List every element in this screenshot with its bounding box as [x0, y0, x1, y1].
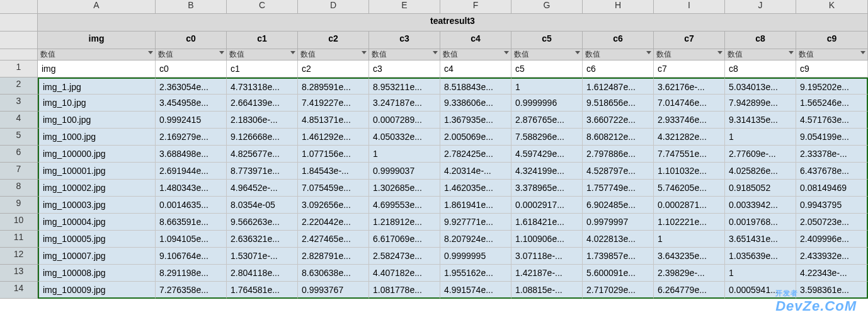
- column-label-c4[interactable]: c4: [440, 32, 511, 49]
- cell-1-G[interactable]: c5: [511, 60, 583, 78]
- cell-14-C[interactable]: 1.764581e...: [227, 282, 298, 299]
- cell-13-D[interactable]: 8.630638e...: [298, 265, 369, 282]
- cell-3-E[interactable]: 3.247187e...: [369, 95, 440, 112]
- cell-7-J[interactable]: 4.025826e...: [725, 163, 796, 180]
- column-header-C[interactable]: C: [227, 0, 298, 14]
- cell-6-G[interactable]: 4.597429e...: [511, 146, 583, 163]
- cell-5-B[interactable]: 2.169279e...: [156, 129, 227, 146]
- cell-1-B[interactable]: c0: [156, 60, 227, 78]
- cell-8-D[interactable]: 7.075459e...: [298, 180, 369, 197]
- cell-10-G[interactable]: 1.618421e...: [511, 214, 583, 231]
- cell-2-A[interactable]: img_1.jpg: [38, 78, 156, 95]
- filter-c3[interactable]: 数值: [369, 49, 440, 60]
- cell-9-K[interactable]: 0.9943795: [796, 197, 868, 214]
- cell-11-A[interactable]: img_100005.jpg: [38, 231, 156, 248]
- cell-7-F[interactable]: 4.20314e-...: [440, 163, 511, 180]
- cell-14-B[interactable]: 7.276358e...: [156, 282, 227, 299]
- cell-12-G[interactable]: 3.07118e-...: [511, 248, 583, 265]
- cell-5-K[interactable]: 9.054199e...: [796, 129, 868, 146]
- cell-8-G[interactable]: 3.378965e...: [511, 180, 583, 197]
- cell-8-J[interactable]: 0.9185052: [725, 180, 796, 197]
- cell-7-D[interactable]: 1.84543e-...: [298, 163, 369, 180]
- column-header-D[interactable]: D: [298, 0, 369, 14]
- cell-12-C[interactable]: 1.53071e-...: [227, 248, 298, 265]
- cell-14-G[interactable]: 1.08815e-...: [511, 282, 583, 299]
- column-label-c3[interactable]: c3: [369, 32, 440, 49]
- cell-12-A[interactable]: img_100007.jpg: [38, 248, 156, 265]
- chevron-down-icon[interactable]: [575, 51, 580, 54]
- cell-14-A[interactable]: img_100009.jpg: [38, 282, 156, 299]
- cell-3-F[interactable]: 9.338606e...: [440, 95, 511, 112]
- cell-3-J[interactable]: 7.942899e...: [725, 95, 796, 112]
- chevron-down-icon[interactable]: [504, 51, 509, 54]
- row-number-9[interactable]: 9: [0, 197, 38, 214]
- cell-9-D[interactable]: 3.092656e...: [298, 197, 369, 214]
- spreadsheet-grid[interactable]: ABCDEFGHIJKteatresult3imgc0c1c2c3c4c5c6c…: [0, 0, 868, 299]
- cell-1-C[interactable]: c1: [227, 60, 298, 78]
- cell-4-K[interactable]: 4.571763e...: [796, 112, 868, 129]
- cell-7-B[interactable]: 2.691944e...: [156, 163, 227, 180]
- cell-7-K[interactable]: 6.437678e...: [796, 163, 868, 180]
- cell-12-J[interactable]: 1.035639e...: [725, 248, 796, 265]
- corner-select-all[interactable]: [0, 0, 38, 14]
- cell-11-J[interactable]: 3.651431e...: [725, 231, 796, 248]
- cell-12-I[interactable]: 3.643235e...: [654, 248, 725, 265]
- cell-13-H[interactable]: 5.600091e...: [583, 265, 654, 282]
- filter-img[interactable]: 数值: [38, 49, 156, 60]
- filter-c8[interactable]: 数值: [725, 49, 796, 60]
- chevron-down-icon[interactable]: [290, 51, 295, 54]
- cell-4-C[interactable]: 2.18306e-...: [227, 112, 298, 129]
- cell-9-I[interactable]: 0.0002871...: [654, 197, 725, 214]
- column-header-H[interactable]: H: [583, 0, 654, 14]
- cell-8-E[interactable]: 1.302685e...: [369, 180, 440, 197]
- cell-7-I[interactable]: 1.101032e...: [654, 163, 725, 180]
- chevron-down-icon[interactable]: [148, 51, 153, 54]
- cell-3-G[interactable]: 0.9999996: [511, 95, 583, 112]
- cell-4-D[interactable]: 4.851371e...: [298, 112, 369, 129]
- cell-10-J[interactable]: 0.0019768...: [725, 214, 796, 231]
- cell-10-C[interactable]: 9.566263e...: [227, 214, 298, 231]
- cell-11-I[interactable]: 1: [654, 231, 725, 248]
- cell-6-I[interactable]: 7.747551e...: [654, 146, 725, 163]
- cell-3-C[interactable]: 2.664139e...: [227, 95, 298, 112]
- cell-9-H[interactable]: 6.902485e...: [583, 197, 654, 214]
- column-header-B[interactable]: B: [156, 0, 227, 14]
- chevron-down-icon[interactable]: [789, 51, 794, 54]
- column-header-F[interactable]: F: [440, 0, 511, 14]
- cell-2-K[interactable]: 9.195202e...: [796, 78, 868, 95]
- cell-4-B[interactable]: 0.9992415: [156, 112, 227, 129]
- cell-6-F[interactable]: 2.782425e...: [440, 146, 511, 163]
- cell-13-A[interactable]: img_100008.jpg: [38, 265, 156, 282]
- row-number-13[interactable]: 13: [0, 265, 38, 282]
- cell-1-F[interactable]: c4: [440, 60, 511, 78]
- cell-13-C[interactable]: 2.804118e...: [227, 265, 298, 282]
- cell-7-E[interactable]: 0.9999037: [369, 163, 440, 180]
- cell-13-E[interactable]: 4.407182e...: [369, 265, 440, 282]
- cell-10-I[interactable]: 1.102221e...: [654, 214, 725, 231]
- cell-13-F[interactable]: 1.955162e...: [440, 265, 511, 282]
- cell-4-G[interactable]: 2.876765e...: [511, 112, 583, 129]
- cell-8-F[interactable]: 1.462035e...: [440, 180, 511, 197]
- cell-3-H[interactable]: 9.518656e...: [583, 95, 654, 112]
- cell-2-H[interactable]: 1.612487e...: [583, 78, 654, 95]
- cell-2-D[interactable]: 8.289591e...: [298, 78, 369, 95]
- cell-12-B[interactable]: 9.106764e...: [156, 248, 227, 265]
- cell-3-B[interactable]: 3.454958e...: [156, 95, 227, 112]
- column-header-I[interactable]: I: [654, 0, 725, 14]
- cell-4-H[interactable]: 3.660722e...: [583, 112, 654, 129]
- cell-7-G[interactable]: 4.324199e...: [511, 163, 583, 180]
- cell-11-G[interactable]: 1.100906e...: [511, 231, 583, 248]
- column-label-c0[interactable]: c0: [156, 32, 227, 49]
- cell-3-A[interactable]: img_10.jpg: [38, 95, 156, 112]
- cell-10-H[interactable]: 0.9979997: [583, 214, 654, 231]
- cell-8-A[interactable]: img_100002.jpg: [38, 180, 156, 197]
- cell-4-E[interactable]: 0.0007289...: [369, 112, 440, 129]
- cell-6-B[interactable]: 3.688498e...: [156, 146, 227, 163]
- cell-9-E[interactable]: 4.699553e...: [369, 197, 440, 214]
- cell-14-I[interactable]: 6.264779e...: [654, 282, 725, 299]
- cell-10-D[interactable]: 2.220442e...: [298, 214, 369, 231]
- cell-4-I[interactable]: 2.933746e...: [654, 112, 725, 129]
- cell-7-C[interactable]: 8.773971e...: [227, 163, 298, 180]
- cell-5-F[interactable]: 2.005069e...: [440, 129, 511, 146]
- row-number-14[interactable]: 14: [0, 282, 38, 299]
